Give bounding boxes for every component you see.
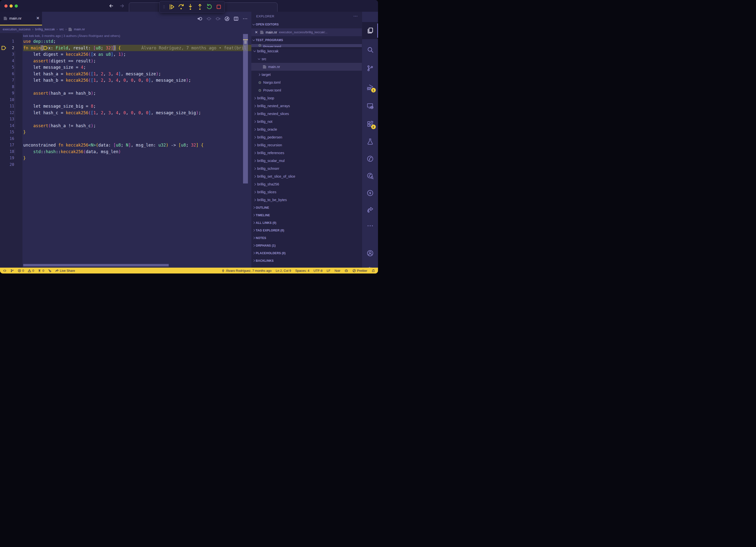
tree-item-brillig-oracle[interactable]: brillig_oracle xyxy=(251,125,362,133)
status-eol[interactable]: LF xyxy=(327,269,330,272)
code-line-16[interactable]: 16 xyxy=(0,135,251,142)
gutter-cell[interactable] xyxy=(0,110,7,116)
code-line-14[interactable]: 14 assert(hash_a != hash_c); xyxy=(0,122,251,129)
gutter-cell[interactable] xyxy=(0,135,7,142)
status-ports[interactable]: 0 xyxy=(38,269,44,272)
gutter-cell[interactable] xyxy=(0,129,7,135)
section-open-editors[interactable]: OPEN EDITORS xyxy=(251,21,362,28)
status-notifications[interactable] xyxy=(371,269,375,272)
section-outline[interactable]: OUTLINE xyxy=(251,204,362,211)
status-cursor-position[interactable]: Ln 2, Col 9 xyxy=(276,269,291,272)
open-editor-item-main-nr[interactable]: ✕ main.nr execution_success/brillig_kecc… xyxy=(251,28,362,36)
status-gitlens[interactable] xyxy=(10,269,14,272)
gutter-cell[interactable] xyxy=(0,103,7,110)
status-copilot[interactable] xyxy=(345,269,348,272)
close-icon[interactable]: ✕ xyxy=(255,30,258,34)
status-language-mode[interactable]: Noir xyxy=(334,269,340,272)
status-indentation[interactable]: Spaces: 4 xyxy=(295,269,309,272)
gutter-cell[interactable] xyxy=(0,45,7,51)
continue-forward-icon[interactable] xyxy=(215,16,221,22)
reverse-continue-icon[interactable] xyxy=(206,16,212,22)
activity-more-views[interactable] xyxy=(362,217,378,234)
breadcrumb-item-execution_success[interactable]: execution_success xyxy=(3,27,31,31)
gutter-cell[interactable] xyxy=(0,64,7,71)
activity-commit-graph[interactable] xyxy=(362,150,378,167)
activity-accounts[interactable] xyxy=(362,244,378,262)
code-line-1[interactable]: 1use dep::std; xyxy=(0,38,251,45)
tree-item-main-nr[interactable]: main.nr xyxy=(251,63,362,71)
tree-item-brillig-keccak[interactable]: brillig_keccak xyxy=(251,47,362,55)
section-backlinks[interactable]: BACKLINKS xyxy=(251,257,362,264)
close-button[interactable] xyxy=(4,4,8,8)
code-line-8[interactable]: 8 xyxy=(0,84,251,90)
code-line-17[interactable]: 17unconstrained fn keccak256<N>(data: [u… xyxy=(0,142,251,148)
tab-close-icon[interactable]: ✕ xyxy=(36,16,40,20)
code-line-15[interactable]: 15} xyxy=(0,129,251,135)
code-line-9[interactable]: 9 assert(hash_a == hash_b); xyxy=(0,90,251,97)
tree-item-brillig-nested-arrays[interactable]: brillig_nested_arrays xyxy=(251,102,362,110)
tree-item-brillig-not[interactable]: brillig_not xyxy=(251,118,362,125)
section-test-programs[interactable]: TEST_PROGRAMS xyxy=(251,36,362,44)
status-debug-console[interactable] xyxy=(48,269,52,272)
activity-extensions[interactable]: 2 xyxy=(362,115,378,133)
more-actions-icon[interactable] xyxy=(242,16,248,22)
vertical-scrollbar[interactable] xyxy=(243,34,248,183)
gutter-cell[interactable] xyxy=(0,142,7,148)
step-out-button[interactable] xyxy=(196,3,203,11)
gutter-cell[interactable] xyxy=(0,161,7,168)
gutter-cell[interactable] xyxy=(0,58,7,64)
tree-item-brillig-recursion[interactable]: brillig_recursion xyxy=(251,141,362,149)
code-line-3[interactable]: 3 let digest = keccak256([x as u8], 1); xyxy=(0,51,251,58)
breadcrumb-item-src[interactable]: src xyxy=(59,27,64,31)
status-prettier[interactable]: Prettier xyxy=(352,269,367,272)
tree-item-brillig-references[interactable]: brillig_references xyxy=(251,149,362,157)
tree-item-brillig-scalar-mul[interactable]: brillig_scalar_mul xyxy=(251,157,362,165)
section-tag-explorer-0-[interactable]: TAG EXPLORER (0) xyxy=(251,226,362,234)
breadcrumb-file[interactable]: main.nr xyxy=(74,27,85,31)
gutter-cell[interactable] xyxy=(0,71,7,77)
sidebar-more-icon[interactable]: ⋯ xyxy=(353,13,358,19)
timeline-icon[interactable] xyxy=(224,16,230,22)
activity-run-and-debug[interactable]: 1 xyxy=(362,79,378,96)
tab-main-nr[interactable]: main.nr ✕ xyxy=(0,12,42,25)
code-line-12[interactable]: 12 let hash_c = keccak256([1, 2, 3, 4, 0… xyxy=(0,110,251,116)
activity-live-share[interactable] xyxy=(362,201,378,218)
step-over-button[interactable] xyxy=(178,3,185,11)
activity-source-control[interactable] xyxy=(362,60,378,77)
activity-flash[interactable] xyxy=(362,184,378,201)
activity-search[interactable] xyxy=(362,41,378,58)
gutter-cell[interactable] xyxy=(0,122,7,129)
activity-testing[interactable] xyxy=(362,133,378,150)
tree-item-prover-toml[interactable]: ⚙Prover.toml xyxy=(251,44,362,47)
section-notes[interactable]: NOTES xyxy=(251,234,362,242)
tree-item-brillig-schnorr[interactable]: brillig_schnorr xyxy=(251,165,362,172)
code-line-2[interactable]: 2fn main(x: Field, result: [u8; 32]) {Ál… xyxy=(0,45,251,51)
tree-item-nargo-toml[interactable]: ⚙Nargo.toml xyxy=(251,78,362,86)
gutter-cell[interactable] xyxy=(0,77,7,84)
continue-button[interactable] xyxy=(168,3,175,11)
status-blame[interactable]: Álvaro Rodríguez, 7 months ago xyxy=(221,269,271,272)
horizontal-scrollbar[interactable] xyxy=(23,264,169,266)
section-placeholders-0-[interactable]: PLACEHOLDERS (0) xyxy=(251,249,362,257)
gutter-cell[interactable] xyxy=(0,84,7,90)
tree-item-brillig-pedersen[interactable]: brillig_pedersen xyxy=(251,133,362,141)
code-editor[interactable]: kek kek kek, 3 months ago | 3 authors (Á… xyxy=(0,33,251,267)
code-line-5[interactable]: 5 let message_size = 4; xyxy=(0,64,251,71)
step-into-button[interactable] xyxy=(187,3,194,11)
status-remote-indicator[interactable] xyxy=(3,269,7,272)
section-timeline[interactable]: TIMELINE xyxy=(251,211,362,219)
gutter-cell[interactable] xyxy=(0,97,7,103)
code-line-11[interactable]: 11 let message_size_big = 8; xyxy=(0,103,251,110)
code-line-20[interactable]: 20 xyxy=(0,161,251,168)
code-line-18[interactable]: 18 std::hash::keccak256(data, msg_len) xyxy=(0,148,251,155)
gutter-cell[interactable] xyxy=(0,116,7,122)
breadcrumb-item-brillig_keccak[interactable]: brillig_keccak xyxy=(35,27,55,31)
restart-button[interactable] xyxy=(206,3,213,11)
minimize-button[interactable] xyxy=(10,4,13,8)
tree-item-brillig-sha256[interactable]: brillig_sha256 xyxy=(251,180,362,188)
code-line-4[interactable]: 4 assert(digest == result); xyxy=(0,58,251,64)
tree-item-brillig-to-be-bytes[interactable]: brillig_to_be_bytes xyxy=(251,196,362,204)
blame-codelens[interactable]: kek kek kek, 3 months ago | 3 authors (Á… xyxy=(23,34,251,38)
tree-item-brillig-set-slice-of-slice[interactable]: brillig_set_slice_of_slice xyxy=(251,172,362,180)
section-all-links-0-[interactable]: ALL LINKS (0) xyxy=(251,219,362,226)
